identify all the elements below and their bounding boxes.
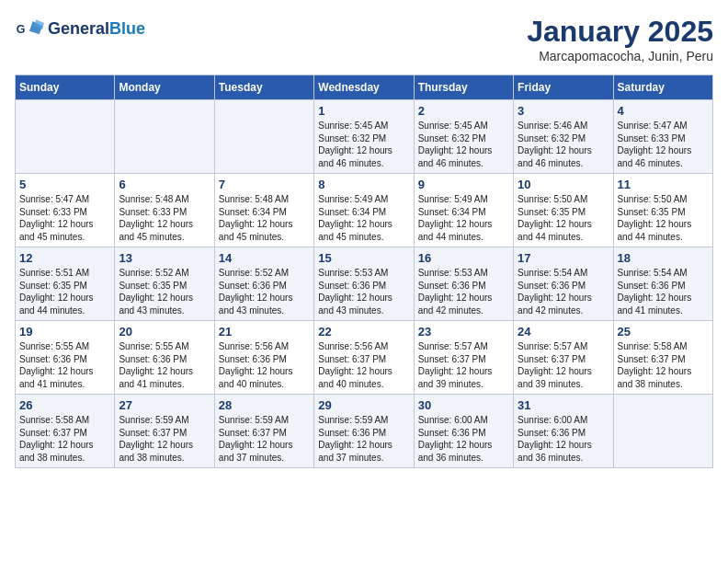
calendar-cell: 22Sunrise: 5:56 AM Sunset: 6:37 PM Dayli… xyxy=(314,321,414,395)
day-number: 3 xyxy=(518,104,609,118)
day-info: Sunrise: 5:59 AM Sunset: 6:37 PM Dayligh… xyxy=(219,414,310,464)
day-info: Sunrise: 5:59 AM Sunset: 6:37 PM Dayligh… xyxy=(119,414,210,464)
day-number: 5 xyxy=(19,178,110,191)
calendar-cell: 3Sunrise: 5:46 AM Sunset: 6:32 PM Daylig… xyxy=(514,100,613,174)
calendar-cell: 1Sunrise: 5:45 AM Sunset: 6:32 PM Daylig… xyxy=(314,100,414,174)
calendar-cell xyxy=(115,100,214,174)
day-number: 13 xyxy=(119,251,210,265)
day-number: 4 xyxy=(618,104,709,118)
day-info: Sunrise: 5:54 AM Sunset: 6:36 PM Dayligh… xyxy=(618,267,709,316)
day-info: Sunrise: 5:47 AM Sunset: 6:33 PM Dayligh… xyxy=(618,120,709,169)
logo: G GeneralBlue xyxy=(15,15,145,44)
calendar-cell: 2Sunrise: 5:45 AM Sunset: 6:32 PM Daylig… xyxy=(414,100,513,174)
day-number: 30 xyxy=(418,398,509,412)
calendar-cell: 5Sunrise: 5:47 AM Sunset: 6:33 PM Daylig… xyxy=(16,174,115,247)
calendar-cell: 30Sunrise: 6:00 AM Sunset: 6:36 PM Dayli… xyxy=(414,395,513,468)
calendar-cell: 29Sunrise: 5:59 AM Sunset: 6:36 PM Dayli… xyxy=(314,395,414,468)
day-info: Sunrise: 5:58 AM Sunset: 6:37 PM Dayligh… xyxy=(618,340,709,390)
calendar-cell: 28Sunrise: 5:59 AM Sunset: 6:37 PM Dayli… xyxy=(214,395,313,468)
weekday-tuesday: Tuesday xyxy=(214,75,313,100)
day-info: Sunrise: 5:55 AM Sunset: 6:36 PM Dayligh… xyxy=(119,340,210,390)
weekday-friday: Friday xyxy=(514,75,613,100)
day-info: Sunrise: 5:46 AM Sunset: 6:32 PM Dayligh… xyxy=(518,120,609,169)
calendar-cell: 21Sunrise: 5:56 AM Sunset: 6:36 PM Dayli… xyxy=(214,321,313,395)
calendar-cell: 17Sunrise: 5:54 AM Sunset: 6:36 PM Dayli… xyxy=(514,247,613,321)
calendar-cell: 23Sunrise: 5:57 AM Sunset: 6:37 PM Dayli… xyxy=(414,321,513,395)
weekday-thursday: Thursday xyxy=(414,75,513,100)
day-info: Sunrise: 5:53 AM Sunset: 6:36 PM Dayligh… xyxy=(418,267,509,316)
day-number: 31 xyxy=(518,398,609,412)
calendar-week-2: 5Sunrise: 5:47 AM Sunset: 6:33 PM Daylig… xyxy=(16,174,713,247)
day-number: 18 xyxy=(618,251,709,265)
day-info: Sunrise: 5:55 AM Sunset: 6:36 PM Dayligh… xyxy=(19,340,110,390)
day-number: 10 xyxy=(518,178,609,191)
day-number: 14 xyxy=(219,251,310,265)
weekday-header-row: SundayMondayTuesdayWednesdayThursdayFrid… xyxy=(16,75,713,100)
day-info: Sunrise: 5:56 AM Sunset: 6:36 PM Dayligh… xyxy=(219,340,310,390)
calendar-week-5: 26Sunrise: 5:58 AM Sunset: 6:37 PM Dayli… xyxy=(16,395,713,468)
day-info: Sunrise: 5:49 AM Sunset: 6:34 PM Dayligh… xyxy=(418,193,509,243)
calendar-header: SundayMondayTuesdayWednesdayThursdayFrid… xyxy=(16,75,713,100)
location-subtitle: Marcapomacocha, Junin, Peru xyxy=(527,49,713,63)
day-info: Sunrise: 5:52 AM Sunset: 6:36 PM Dayligh… xyxy=(219,267,310,316)
day-number: 17 xyxy=(518,251,609,265)
calendar-cell: 10Sunrise: 5:50 AM Sunset: 6:35 PM Dayli… xyxy=(514,174,613,247)
weekday-monday: Monday xyxy=(115,75,214,100)
calendar-cell: 25Sunrise: 5:58 AM Sunset: 6:37 PM Dayli… xyxy=(613,321,712,395)
day-info: Sunrise: 5:45 AM Sunset: 6:32 PM Dayligh… xyxy=(418,120,509,169)
calendar-cell: 15Sunrise: 5:53 AM Sunset: 6:36 PM Dayli… xyxy=(314,247,414,321)
day-number: 19 xyxy=(19,325,110,339)
weekday-sunday: Sunday xyxy=(16,75,115,100)
day-info: Sunrise: 5:56 AM Sunset: 6:37 PM Dayligh… xyxy=(318,340,409,390)
day-info: Sunrise: 5:57 AM Sunset: 6:37 PM Dayligh… xyxy=(518,340,609,390)
day-number: 7 xyxy=(219,178,310,191)
calendar-table: SundayMondayTuesdayWednesdayThursdayFrid… xyxy=(15,75,713,468)
calendar-cell: 24Sunrise: 5:57 AM Sunset: 6:37 PM Dayli… xyxy=(514,321,613,395)
day-number: 28 xyxy=(219,398,310,412)
calendar-cell: 19Sunrise: 5:55 AM Sunset: 6:36 PM Dayli… xyxy=(16,321,115,395)
calendar-week-1: 1Sunrise: 5:45 AM Sunset: 6:32 PM Daylig… xyxy=(16,100,713,174)
day-number: 21 xyxy=(219,325,310,339)
day-info: Sunrise: 5:48 AM Sunset: 6:34 PM Dayligh… xyxy=(219,193,310,243)
day-number: 16 xyxy=(418,251,509,265)
calendar-cell: 27Sunrise: 5:59 AM Sunset: 6:37 PM Dayli… xyxy=(115,395,214,468)
day-info: Sunrise: 5:47 AM Sunset: 6:33 PM Dayligh… xyxy=(19,193,110,243)
logo-line1: GeneralBlue xyxy=(48,19,145,40)
logo-icon: G xyxy=(15,15,44,44)
day-number: 29 xyxy=(318,398,409,412)
day-info: Sunrise: 5:45 AM Sunset: 6:32 PM Dayligh… xyxy=(318,120,409,169)
calendar-cell: 4Sunrise: 5:47 AM Sunset: 6:33 PM Daylig… xyxy=(613,100,712,174)
day-info: Sunrise: 5:59 AM Sunset: 6:36 PM Dayligh… xyxy=(318,414,409,464)
day-number: 20 xyxy=(119,325,210,339)
day-info: Sunrise: 5:58 AM Sunset: 6:37 PM Dayligh… xyxy=(19,414,110,464)
calendar-cell: 9Sunrise: 5:49 AM Sunset: 6:34 PM Daylig… xyxy=(414,174,513,247)
weekday-wednesday: Wednesday xyxy=(314,75,414,100)
day-number: 11 xyxy=(618,178,709,191)
svg-text:G: G xyxy=(17,23,26,36)
month-title: January 2025 xyxy=(527,15,713,49)
calendar-cell: 16Sunrise: 5:53 AM Sunset: 6:36 PM Dayli… xyxy=(414,247,513,321)
day-number: 23 xyxy=(418,325,509,339)
day-number: 15 xyxy=(318,251,409,265)
day-number: 25 xyxy=(618,325,709,339)
day-number: 1 xyxy=(318,104,409,118)
calendar-cell: 14Sunrise: 5:52 AM Sunset: 6:36 PM Dayli… xyxy=(214,247,313,321)
day-number: 12 xyxy=(19,251,110,265)
page-header: G GeneralBlue January 2025 Marcapomacoch… xyxy=(15,15,713,63)
day-number: 8 xyxy=(318,178,409,191)
calendar-cell: 31Sunrise: 6:00 AM Sunset: 6:36 PM Dayli… xyxy=(514,395,613,468)
title-block: January 2025 Marcapomacocha, Junin, Peru xyxy=(527,15,713,63)
day-info: Sunrise: 5:52 AM Sunset: 6:35 PM Dayligh… xyxy=(119,267,210,316)
day-info: Sunrise: 5:50 AM Sunset: 6:35 PM Dayligh… xyxy=(518,193,609,243)
day-info: Sunrise: 5:50 AM Sunset: 6:35 PM Dayligh… xyxy=(618,193,709,243)
calendar-cell: 20Sunrise: 5:55 AM Sunset: 6:36 PM Dayli… xyxy=(115,321,214,395)
day-info: Sunrise: 5:49 AM Sunset: 6:34 PM Dayligh… xyxy=(318,193,409,243)
day-number: 2 xyxy=(418,104,509,118)
day-info: Sunrise: 5:48 AM Sunset: 6:33 PM Dayligh… xyxy=(119,193,210,243)
calendar-cell: 11Sunrise: 5:50 AM Sunset: 6:35 PM Dayli… xyxy=(613,174,712,247)
day-number: 27 xyxy=(119,398,210,412)
calendar-cell xyxy=(613,395,712,468)
day-number: 6 xyxy=(119,178,210,191)
day-info: Sunrise: 6:00 AM Sunset: 6:36 PM Dayligh… xyxy=(418,414,509,464)
calendar-cell: 6Sunrise: 5:48 AM Sunset: 6:33 PM Daylig… xyxy=(115,174,214,247)
